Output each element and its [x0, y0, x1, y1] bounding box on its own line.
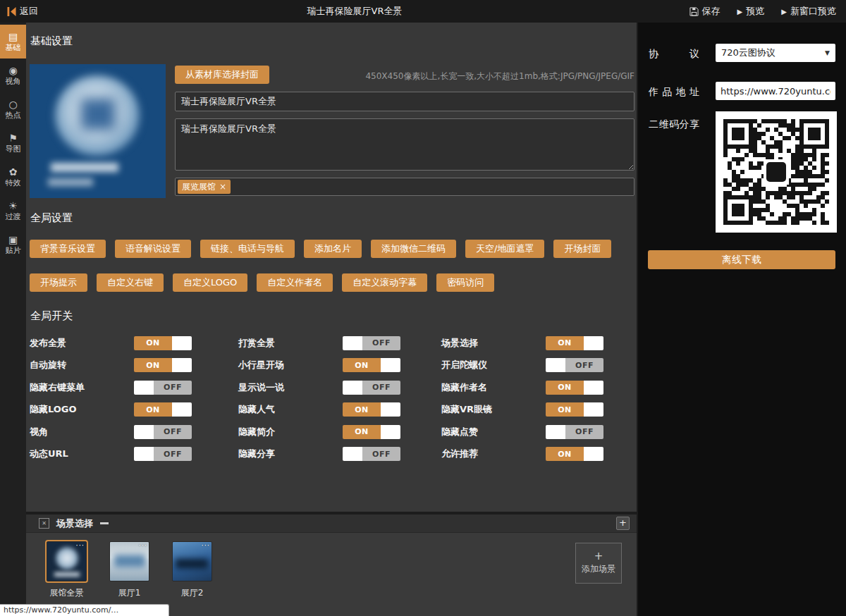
scene-item[interactable]: ··· 展厅2 [171, 541, 214, 599]
content-panel: 基础设置 从素材库选择封面 450X450像素以上,长宽一致,大小不超过1mb,… [26, 23, 637, 512]
qr-code [716, 111, 837, 233]
toggle-switch[interactable]: ON [134, 358, 192, 372]
add-scene-label: 添加场景 [582, 563, 615, 575]
toggle-switch[interactable]: ON [343, 358, 400, 372]
toggle-switch[interactable]: OFF [546, 358, 603, 372]
preview-button[interactable]: ▶ 预览 [737, 5, 765, 18]
global-settings-title: 全局设置 [30, 211, 73, 225]
switch-row: 隐藏分享 OFF [238, 447, 441, 461]
toggle-knob [343, 447, 362, 461]
global-setting-button[interactable]: 添加名片 [304, 240, 362, 258]
scene-item[interactable]: ··· 展厅1 [108, 541, 151, 599]
toggle-switch[interactable]: OFF [343, 381, 400, 395]
page-title: 瑞士再保险展厅VR全景 [307, 5, 403, 18]
scene-thumbnail[interactable]: ··· [109, 541, 149, 581]
global-setting-button[interactable]: 背景音乐设置 [30, 240, 106, 258]
toggle-state-label: OFF [362, 336, 400, 350]
toggle-switch[interactable]: ON [546, 447, 603, 461]
switch-row: 开启陀螺仪 OFF [441, 358, 633, 372]
global-setting-button[interactable]: 自定义右键 [97, 273, 164, 292]
global-setting-button[interactable]: 添加微信二维码 [371, 240, 456, 258]
toggle-switch[interactable]: ON [546, 336, 603, 350]
scene-name: 展厅1 [118, 587, 141, 599]
app-logo-back-icon [7, 7, 16, 16]
sidebar-item-transition[interactable]: ☀ 过渡 [0, 194, 26, 228]
toggle-knob [381, 402, 400, 417]
switch-row: 隐藏点赞 OFF [441, 425, 633, 439]
global-setting-button[interactable]: 密码访问 [436, 273, 494, 292]
global-setting-button[interactable]: 天空/地面遮罩 [465, 240, 544, 258]
toggle-state-label: ON [343, 402, 381, 417]
switch-label: 隐藏点赞 [441, 426, 546, 438]
offline-download-button[interactable]: 离线下载 [648, 250, 835, 269]
sidebar-item-effects[interactable]: ✿ 特效 [0, 160, 26, 194]
plus-icon: + [594, 551, 603, 561]
toggle-knob [546, 425, 565, 439]
sidebar-item-basic[interactable]: ▤ 基础 [0, 25, 26, 58]
toggle-switch[interactable]: OFF [134, 447, 192, 461]
switch-row: 动态URL OFF [30, 447, 238, 461]
tag-remove-icon[interactable]: × [219, 182, 226, 192]
toggle-switch[interactable]: ON [546, 402, 603, 417]
effects-icon: ✿ [9, 167, 18, 178]
scene-thumbnail[interactable]: ··· [172, 541, 212, 581]
sidebar-item-view[interactable]: ◉ 视角 [0, 58, 26, 92]
sidebar-item-hotspot[interactable]: ○ 热点 [0, 92, 26, 126]
switch-label: 隐藏简介 [238, 426, 343, 438]
description-textarea[interactable]: 瑞士再保险展厅VR全景 [175, 118, 634, 171]
new-window-preview-button[interactable]: ▶ 新窗口预览 [781, 5, 836, 18]
panel-close-icon[interactable]: ✕ [39, 518, 49, 529]
global-setting-button[interactable]: 开场提示 [30, 273, 87, 292]
cover-text-line [51, 163, 118, 172]
toggle-switch[interactable]: OFF [134, 425, 192, 439]
back-button[interactable]: 返回 [0, 0, 45, 23]
title-input[interactable] [175, 92, 634, 111]
toggle-state-label: ON [546, 447, 584, 461]
switch-label: 开启陀螺仪 [441, 359, 546, 371]
collapse-icon[interactable] [100, 522, 109, 524]
tag-chip: 展览展馆 × [178, 180, 231, 194]
toggle-switch[interactable]: ON [343, 402, 400, 417]
patch-icon: ▣ [8, 235, 18, 245]
toggle-switch[interactable]: ON [134, 402, 192, 417]
protocol-select[interactable]: 720云图协议 ▼ [716, 44, 835, 62]
preview-label: 预览 [746, 5, 764, 18]
save-button[interactable]: 保存 [689, 5, 721, 18]
scene-menu-icon[interactable]: ··· [138, 542, 147, 549]
choose-cover-button[interactable]: 从素材库选择封面 [175, 66, 269, 84]
switch-label: 隐藏LOGO [30, 403, 134, 416]
right-panel: 协议 720云图协议 ▼ 作品地址 二维码分享 离线下载 [638, 23, 846, 616]
global-setting-button[interactable]: 语音解说设置 [115, 240, 191, 258]
global-setting-button[interactable]: 自定义作者名 [257, 273, 333, 292]
toggle-state-label: ON [343, 358, 381, 372]
scene-menu-icon[interactable]: ··· [75, 542, 85, 549]
add-scene-button[interactable]: + 添加场景 [575, 543, 622, 584]
protocol-label: 协议 [649, 48, 699, 61]
global-setting-button[interactable]: 自定义LOGO [173, 273, 247, 292]
global-setting-button[interactable]: 自定义滚动字幕 [342, 273, 427, 292]
toggle-switch[interactable]: ON [134, 336, 192, 350]
toggle-switch[interactable]: OFF [343, 336, 400, 350]
toggle-switch[interactable]: ON [343, 425, 400, 439]
global-setting-button[interactable]: 链接、电话与导航 [200, 240, 295, 258]
scene-menu-icon[interactable]: ··· [201, 542, 210, 549]
scene-item[interactable]: ··· 展馆全景 [45, 541, 88, 599]
tags-input[interactable]: 展览展馆 × [175, 178, 634, 196]
hotspot-icon: ○ [8, 99, 17, 110]
cover-hint-text: 450X450像素以上,长宽一致,大小不超过1mb,格式:JPG/PNG/JPE… [365, 70, 634, 82]
toggle-knob [584, 402, 603, 417]
toggle-switch[interactable]: OFF [546, 425, 603, 439]
work-address-input[interactable] [716, 82, 835, 100]
sidebar-item-label: 视角 [6, 78, 21, 86]
add-scene-plus-button[interactable]: + [616, 517, 630, 530]
toggle-switch[interactable]: OFF [134, 381, 192, 395]
toggle-switch[interactable]: OFF [343, 447, 400, 461]
sidebar-item-map[interactable]: ⚑ 导图 [0, 126, 26, 160]
toggle-switch[interactable]: ON [546, 381, 603, 395]
global-setting-button[interactable]: 开场封面 [553, 240, 611, 258]
sidebar-item-patch[interactable]: ▣ 贴片 [0, 228, 26, 261]
save-label: 保存 [702, 5, 721, 18]
scene-thumbnail[interactable]: ··· [47, 541, 87, 581]
basic-settings-icon: ▤ [8, 32, 18, 42]
topbar: 返回 瑞士再保险展厅VR全景 保存 ▶ 预览 ▶ 新窗口预览 [0, 0, 846, 23]
